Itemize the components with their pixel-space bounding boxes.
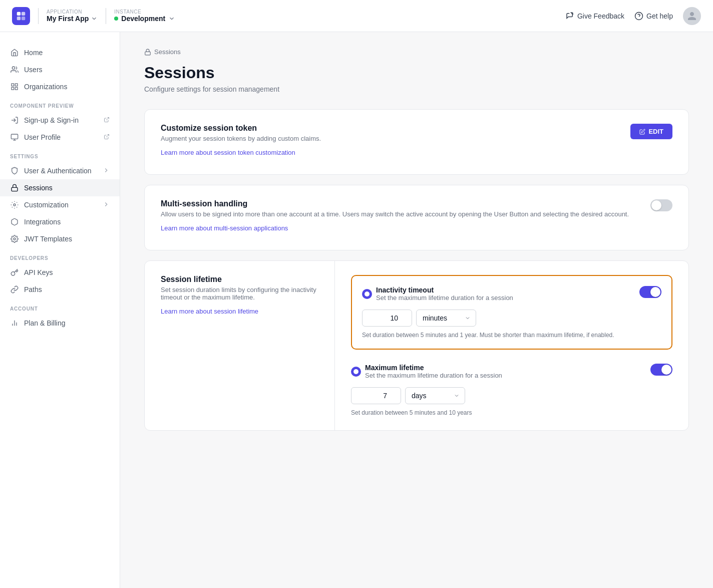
app-logo [12,7,30,25]
sidebar-user-profile-label: User Profile [24,133,61,141]
home-icon [10,48,19,57]
session-lifetime-title: Session lifetime [161,275,318,284]
gear-icon [10,234,19,243]
maximum-toggle[interactable] [650,364,672,376]
give-feedback-button[interactable]: Give Feedback [565,12,624,21]
users-icon [10,65,19,74]
multi-session-toggle[interactable] [650,199,672,211]
maximum-desc: Set the maximum lifetime duration for a … [365,372,502,379]
sidebar-item-organizations[interactable]: Organizations [0,78,120,95]
app-info[interactable]: APPLICATION My First App [47,9,98,23]
svg-rect-3 [22,16,25,20]
edit-button-label: EDIT [648,128,663,135]
sidebar-item-signup-signin[interactable]: Sign-up & Sign-in [0,112,120,129]
profile-icon [10,133,19,142]
breadcrumb-lock-icon [144,49,151,56]
instance-label: INSTANCE [114,9,175,15]
svg-rect-8 [15,84,18,86]
card-header: Customize session token Augment your ses… [161,124,672,156]
svg-rect-1 [22,12,25,15]
svg-line-16 [106,135,109,138]
sidebar-organizations-label: Organizations [24,83,67,91]
instance-info[interactable]: INSTANCE Development [114,9,175,23]
sidebar-customization-label: Customization [24,201,69,209]
toggle-thumb [651,200,661,210]
session-lifetime-left: Session lifetime Set session duration li… [145,261,335,430]
developers-section-label: DEVELOPERS [0,247,120,264]
inactivity-desc: Set the maximum lifetime duration for a … [376,294,513,302]
svg-rect-10 [12,87,14,90]
inactivity-header: Inactivity timeout Set the maximum lifet… [362,286,661,302]
session-lifetime-right: Inactivity timeout Set the maximum lifet… [335,261,688,430]
svg-point-6 [12,67,15,69]
inactivity-toggle[interactable] [639,286,661,298]
external-link-icon-2 [104,134,110,141]
session-lifetime-desc: Set session duration limits by configuri… [161,286,318,301]
get-help-button[interactable]: Get help [634,12,673,21]
help-label: Get help [646,12,673,20]
customization-icon [10,200,19,209]
maximum-value-input[interactable] [351,387,401,404]
inactivity-value-input[interactable] [362,310,412,327]
sidebar-item-users[interactable]: Users [0,61,120,78]
sidebar-user-auth-label: User & Authentication [24,167,92,175]
maximum-icon [351,367,361,377]
customize-token-desc: Augment your session tokens by adding cu… [161,135,321,142]
sidebar-item-user-profile[interactable]: User Profile [0,129,120,146]
maximum-text: Maximum lifetime Set the maximum lifetim… [365,364,502,379]
session-lifetime-link[interactable]: Learn more about session lifetime [161,308,258,315]
sidebar-item-api-keys[interactable]: API Keys [0,264,120,281]
shield-icon [10,166,19,175]
sidebar-item-user-authentication[interactable]: User & Authentication [0,162,120,179]
sidebar-item-jwt-templates[interactable]: JWT Templates [0,230,120,247]
maximum-toggle-thumb [661,365,671,375]
sidebar-jwt-label: JWT Templates [24,235,72,243]
maximum-lifetime-section: Maximum lifetime Set the maximum lifetim… [351,364,672,416]
organizations-icon [10,82,19,91]
nav-separator-2 [106,8,106,24]
inactivity-timeout-section: Inactivity timeout Set the maximum lifet… [351,275,672,350]
sidebar-item-customization[interactable]: Customization [0,196,120,213]
sidebar-users-label: Users [24,66,43,74]
external-link-icon [104,117,110,124]
session-lifetime-inner: Session lifetime Set session duration li… [145,261,688,430]
topnav: APPLICATION My First App INSTANCE Develo… [0,0,713,32]
card-text-area: Customize session token Augment your ses… [161,124,321,156]
inactivity-title: Inactivity timeout [376,286,513,294]
svg-rect-0 [17,12,21,15]
instance-name[interactable]: Development [114,15,175,23]
account-section-label: ACCOUNT [0,298,120,315]
maximum-hint: Set duration between 5 minutes and 10 ye… [351,409,672,416]
multi-session-link[interactable]: Learn more about multi-session applicati… [161,224,288,232]
app-name[interactable]: My First App [47,15,98,23]
sidebar: Home Users Organizations COMPONENT PREVI… [0,32,120,588]
app-label: APPLICATION [47,9,98,15]
inactivity-icon [362,289,372,299]
sidebar-integrations-label: Integrations [24,218,61,226]
topnav-actions: Give Feedback Get help [565,7,701,25]
svg-rect-13 [11,134,18,139]
svg-rect-17 [12,187,18,191]
nav-separator-1 [38,8,39,24]
lock-icon [10,183,19,192]
sidebar-item-integrations[interactable]: Integrations [0,213,120,230]
inactivity-text: Inactivity timeout Set the maximum lifet… [376,286,513,302]
sidebar-home-label: Home [24,49,43,57]
customize-token-link[interactable]: Learn more about session token customiza… [161,149,295,156]
sidebar-item-plan-billing[interactable]: Plan & Billing [0,315,120,332]
sidebar-item-sessions[interactable]: Sessions [0,179,120,196]
svg-line-12 [106,118,109,121]
user-avatar[interactable] [683,7,701,25]
sidebar-item-paths[interactable]: Paths [0,281,120,298]
feedback-label: Give Feedback [577,12,624,20]
edit-button[interactable]: EDIT [630,124,672,139]
main-content: Sessions Sessions Configure settings for… [120,32,713,588]
breadcrumb-text: Sessions [154,48,181,56]
sidebar-item-home[interactable]: Home [0,44,120,61]
inactivity-toggle-thumb [650,287,660,297]
inactivity-unit-select[interactable]: minutes hours days [416,310,476,327]
sidebar-api-keys-label: API Keys [24,268,53,276]
maximum-unit-select[interactable]: minutes hours days years [405,387,465,404]
chevron-right-icon [103,167,110,175]
multi-session-header: Multi-session handling Allow users to be… [161,199,672,232]
